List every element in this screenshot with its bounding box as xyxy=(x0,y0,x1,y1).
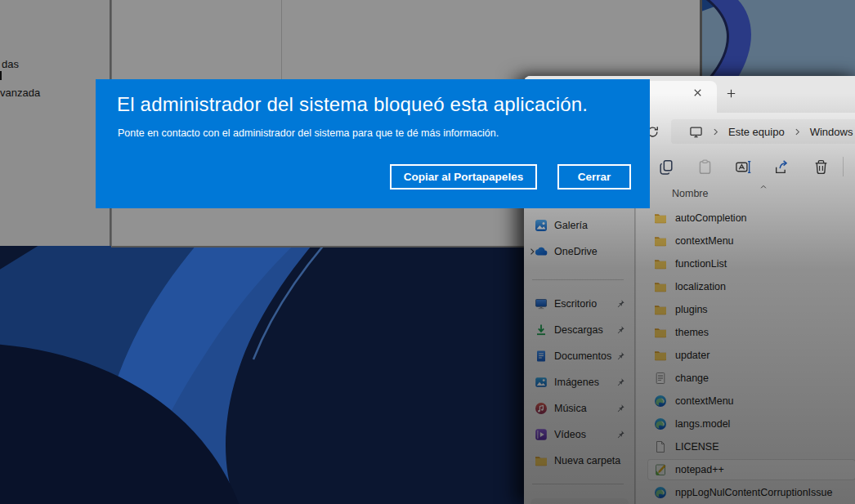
file-name: contextMenu xyxy=(675,235,734,247)
file-name: langs.model xyxy=(675,418,730,430)
sidebar-item-galer-a[interactable]: Galería xyxy=(530,214,629,237)
sidebar-item-escritorio[interactable]: Escritorio xyxy=(530,292,629,315)
file-name: change xyxy=(675,372,709,384)
text-fragment: das xyxy=(2,58,19,70)
file-name: LICENSE xyxy=(675,441,719,453)
sidebar-item-onedrive[interactable]: OneDrive xyxy=(530,240,629,263)
sidebar-item-label: Vídeos xyxy=(554,429,616,440)
window-panel-divider xyxy=(281,0,282,79)
smartscreen-dialog: El administrador del sistema bloqueó est… xyxy=(96,79,650,208)
new-tab-icon[interactable] xyxy=(724,87,737,100)
file-row-autocompletion[interactable]: autoCompletion xyxy=(647,207,855,229)
screen: das vanzada xyxy=(0,0,855,504)
sidebar-item-documentos[interactable]: Documentos xyxy=(530,345,629,368)
file-name: updater xyxy=(675,350,710,361)
paste-icon[interactable] xyxy=(696,158,714,176)
column-header-name[interactable]: Nombre xyxy=(672,188,708,199)
pin-icon xyxy=(616,404,625,413)
sidebar-item-m-sica[interactable]: Música xyxy=(530,397,629,420)
sidebar-item-label: Música xyxy=(554,403,616,414)
rename-icon[interactable] xyxy=(734,158,752,176)
dialog-title: El administrador del sistema bloqueó est… xyxy=(117,93,588,116)
file-row-change[interactable]: change xyxy=(647,368,855,389)
gallery-icon xyxy=(535,219,548,232)
file-row-langs-model[interactable]: langs.model xyxy=(647,413,855,435)
toolbar-divider xyxy=(843,157,844,176)
folder-icon xyxy=(654,280,667,293)
folder-icon xyxy=(654,257,667,270)
sidebar-separator xyxy=(532,279,624,280)
folder-icon xyxy=(535,454,548,467)
close-button[interactable]: Cerrar xyxy=(557,164,631,190)
desktop-icon xyxy=(535,297,548,310)
edge-icon xyxy=(654,417,667,430)
file-name: nppLogNulContentCorruptionIssue xyxy=(675,487,833,498)
textfile-icon xyxy=(654,372,667,385)
text-fragment: vanzada xyxy=(0,87,40,99)
explorer-content: GaleríaOneDriveEscritorioDescargasDocume… xyxy=(524,183,855,504)
file-row-contextmenu[interactable]: contextMenu xyxy=(647,230,855,252)
file-row-updater[interactable]: updater xyxy=(647,345,855,366)
sidebar-item-label: Nueva carpeta xyxy=(554,455,629,466)
sidebar-separator xyxy=(532,484,624,484)
file-icon xyxy=(654,440,667,453)
file-name: plugins xyxy=(675,304,708,315)
pin-icon xyxy=(616,430,625,439)
file-name: functionList xyxy=(675,258,727,270)
sidebar-item-v-deos[interactable]: Vídeos xyxy=(530,423,629,446)
file-row-plugins[interactable]: plugins xyxy=(647,299,855,320)
file-row-notepad[interactable]: notepad++ xyxy=(647,459,855,480)
tab-close-icon[interactable] xyxy=(691,86,704,99)
file-row-localization[interactable]: localization xyxy=(647,276,855,297)
folder-icon xyxy=(654,326,667,339)
pictures-icon xyxy=(535,376,548,389)
navigation-sidebar: GaleríaOneDriveEscritorioDescargasDocume… xyxy=(524,183,634,504)
text-fragment-bar xyxy=(0,71,2,80)
file-name: themes xyxy=(675,327,709,338)
file-row-npplognulcontentcorruptionissue[interactable]: nppLogNulContentCorruptionIssue xyxy=(647,482,855,503)
file-list-pane: Nombre autoCompletioncontextMenufunction… xyxy=(636,183,855,504)
folder-icon xyxy=(654,234,667,248)
file-row-functionlist[interactable]: functionList xyxy=(647,253,855,274)
pin-icon xyxy=(616,299,625,309)
sidebar-item-nueva-carpeta[interactable]: Nueva carpeta xyxy=(530,449,629,472)
sidebar-item-label: Galería xyxy=(554,220,629,231)
sidebar-item-descargas[interactable]: Descargas xyxy=(530,319,629,341)
folder-icon xyxy=(654,212,667,225)
file-name: autoCompletion xyxy=(675,212,747,224)
file-row-contextmenu[interactable]: contextMenu xyxy=(647,390,855,412)
expand-chevron-icon[interactable] xyxy=(527,247,537,256)
edge-icon xyxy=(654,486,667,499)
pin-icon xyxy=(616,377,625,387)
sidebar-item-label: Descargas xyxy=(554,324,616,336)
pin-icon xyxy=(616,325,625,335)
file-name: localization xyxy=(675,281,726,292)
delete-icon[interactable] xyxy=(812,158,830,176)
documents-icon xyxy=(535,350,548,363)
breadcrumb-item-this-pc[interactable]: Este equipo xyxy=(728,126,785,138)
breadcrumb-item-drive[interactable]: Windows xyxy=(810,126,853,138)
chevron-right-icon xyxy=(710,127,721,137)
copy-icon[interactable] xyxy=(657,158,675,176)
edge-icon xyxy=(654,395,667,408)
dialog-buttons: Copiar al Portapapeles Cerrar xyxy=(96,164,650,190)
share-icon[interactable] xyxy=(772,158,790,176)
dialog-subtitle: Ponte en contacto con el administrador d… xyxy=(118,127,499,139)
file-row-themes[interactable]: themes xyxy=(647,322,855,343)
sort-ascending-icon xyxy=(759,183,768,191)
this-pc-icon xyxy=(689,125,703,139)
background-window-left: das vanzada xyxy=(0,0,111,246)
sidebar-item-label: OneDrive xyxy=(554,246,629,257)
file-name: notepad++ xyxy=(675,464,724,475)
sidebar-item-im-genes[interactable]: Imágenes xyxy=(530,371,629,394)
copy-to-clipboard-button[interactable]: Copiar al Portapapeles xyxy=(390,164,537,190)
npp-icon xyxy=(654,463,667,476)
folder-icon xyxy=(654,303,667,316)
folder-icon xyxy=(654,349,667,362)
sidebar-item-partial[interactable] xyxy=(530,498,629,504)
file-row-license[interactable]: LICENSE xyxy=(647,436,855,457)
pin-icon xyxy=(616,351,625,361)
music-icon xyxy=(535,402,548,415)
sidebar-item-label: Escritorio xyxy=(554,298,616,310)
breadcrumb: Este equipo Windows xyxy=(671,119,855,144)
